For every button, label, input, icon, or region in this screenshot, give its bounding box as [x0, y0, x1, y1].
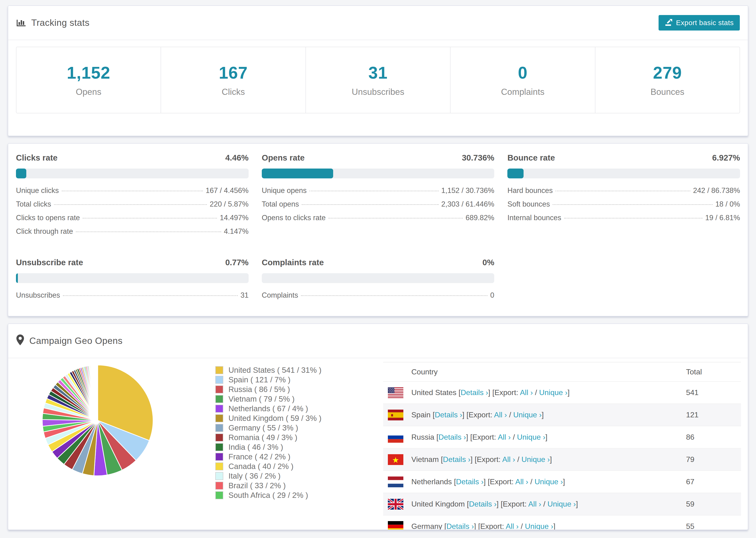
- geo-card-title: Campaign Geo Opens: [16, 335, 123, 348]
- country-name: Vietnam: [411, 455, 439, 463]
- legend-label: United Kingdom ( 59 / 3% ): [229, 414, 321, 423]
- details-link[interactable]: Details ›: [460, 388, 488, 397]
- legend-swatch: [215, 395, 223, 403]
- metric-label: Click through rate: [16, 227, 73, 236]
- stat-box: 279 Bounces: [595, 47, 739, 113]
- geo-table-header: Country Total: [383, 362, 741, 381]
- legend-item[interactable]: United States ( 541 / 31% ): [215, 365, 321, 375]
- legend-item[interactable]: Spain ( 121 / 7% ): [215, 375, 321, 385]
- rate-title: Unsubscribe rate: [16, 258, 83, 267]
- details-link[interactable]: Details ›: [456, 477, 483, 486]
- export-all-link[interactable]: All ›: [506, 522, 519, 530]
- rate-value: 0%: [482, 258, 495, 267]
- rate-metric-row: Complaints 0: [262, 291, 495, 305]
- metric-value: 220 / 5.87%: [210, 200, 248, 208]
- metric-value: 2,303 / 61.446%: [441, 200, 495, 208]
- legend-item[interactable]: Italy ( 36 / 2% ): [215, 471, 321, 481]
- export-all-link[interactable]: All ›: [515, 477, 528, 486]
- geo-opens-table: Country Total United States [Details ›] …: [383, 362, 741, 530]
- country-cell: United States [Details ›] [Export: All ›…: [411, 388, 686, 397]
- rate-progress-fill: [16, 273, 18, 283]
- legend-swatch: [215, 453, 223, 461]
- export-unique-link[interactable]: Unique ›: [548, 500, 576, 508]
- legend-item[interactable]: Brazil ( 33 / 2% ): [215, 481, 321, 490]
- export-unique-link[interactable]: Unique ›: [513, 410, 542, 419]
- legend-item[interactable]: United Kingdom ( 59 / 3% ): [215, 413, 321, 423]
- legend-item[interactable]: Romania ( 49 / 3% ): [215, 433, 321, 442]
- legend-item[interactable]: South Africa ( 29 / 2% ): [215, 490, 321, 500]
- rate-head: Unsubscribe rate 0.77%: [16, 258, 249, 267]
- details-link[interactable]: Details ›: [439, 433, 466, 441]
- export-all-link[interactable]: All ›: [502, 455, 515, 463]
- legend-item[interactable]: Russia ( 86 / 5% ): [215, 385, 321, 394]
- legend-item[interactable]: Germany ( 55 / 3% ): [215, 423, 321, 433]
- export-icon: [665, 18, 673, 28]
- legend-item[interactable]: Canada ( 40 / 2% ): [215, 461, 321, 471]
- column-country: Country: [411, 368, 686, 376]
- export-basic-stats-button[interactable]: Export basic stats: [659, 15, 740, 30]
- export-all-link[interactable]: All ›: [494, 410, 507, 419]
- rate-rows: Unique clicks 167 / 4.456% Total clicks …: [16, 187, 249, 241]
- metric-value: 167 / 4.456%: [206, 187, 249, 195]
- legend-swatch: [215, 376, 223, 384]
- rate-metric-row: Hard bounces 242 / 86.738%: [507, 187, 740, 200]
- legend-item[interactable]: India ( 46 / 3% ): [215, 442, 321, 452]
- metric-label: Hard bounces: [507, 187, 553, 195]
- metric-label: Total opens: [262, 200, 299, 208]
- pie-slice[interactable]: [97, 365, 98, 420]
- total-cell: 86: [686, 433, 741, 442]
- legend-label: Spain ( 121 / 7% ): [229, 375, 291, 384]
- export-unique-link[interactable]: Unique ›: [525, 522, 553, 530]
- stat-box: 1,152 Opens: [17, 47, 161, 113]
- dotted-leader: [553, 204, 713, 205]
- export-unique-link[interactable]: Unique ›: [521, 455, 550, 463]
- geo-table-row: United Kingdom [Details ›] [Export: All …: [383, 493, 741, 515]
- rate-progress-track: [262, 273, 495, 283]
- legend-item[interactable]: Vietnam ( 79 / 5% ): [215, 394, 321, 404]
- tracking-stats-header: Tracking stats Export basic stats: [8, 6, 748, 40]
- country-flag-icon: [388, 409, 404, 420]
- details-link[interactable]: Details ›: [435, 410, 462, 419]
- rates-card: Clicks rate 4.46% Unique clicks 167 / 4.…: [8, 143, 748, 316]
- geo-opens-pie-chart: [40, 363, 155, 478]
- details-link[interactable]: Details ›: [469, 500, 496, 508]
- dotted-leader: [54, 204, 207, 205]
- legend-swatch: [215, 405, 223, 413]
- rate-metric-row: Clicks to opens rate 14.497%: [16, 214, 249, 227]
- metric-label: Soft bounces: [507, 200, 550, 208]
- dotted-leader: [556, 190, 690, 191]
- dashboard-page: Tracking stats Export basic stats 1,152 …: [0, 0, 756, 538]
- export-all-link[interactable]: All ›: [498, 433, 511, 441]
- rate-progress-fill: [507, 169, 523, 178]
- rate-progress-track: [16, 169, 249, 178]
- export-unique-link[interactable]: Unique ›: [517, 433, 545, 441]
- export-unique-link[interactable]: Unique ›: [535, 477, 563, 486]
- export-label: Export:: [472, 433, 496, 441]
- stat-value: 0: [518, 63, 527, 82]
- metric-value: 689.82%: [465, 214, 494, 222]
- legend-swatch: [215, 366, 223, 374]
- details-link[interactable]: Details ›: [443, 455, 470, 463]
- total-cell: 67: [686, 477, 741, 486]
- geo-table-row: Vietnam [Details ›] [Export: All › / Uni…: [383, 448, 741, 470]
- stat-value: 279: [653, 63, 682, 82]
- geo-table-row: United States [Details ›] [Export: All ›…: [383, 381, 741, 404]
- tracking-stats-title: Tracking stats: [16, 17, 89, 29]
- geo-content: United States ( 541 / 31% ) Spain ( 121 …: [8, 358, 748, 530]
- geo-table-row: Netherlands [Details ›] [Export: All › /…: [383, 470, 741, 493]
- export-unique-link[interactable]: Unique ›: [539, 388, 567, 397]
- legend-item[interactable]: France ( 42 / 2% ): [215, 452, 321, 461]
- export-all-link[interactable]: All ›: [528, 500, 541, 508]
- rate-section: Bounce rate 6.927% Hard bounces 242 / 86…: [507, 153, 740, 241]
- details-link[interactable]: Details ›: [446, 522, 474, 530]
- geo-table-row: Spain [Details ›] [Export: All › / Uniqu…: [383, 404, 741, 426]
- legend-item[interactable]: Netherlands ( 67 / 4% ): [215, 404, 321, 413]
- metric-value: 18 / 0%: [715, 200, 740, 208]
- country-name: Netherlands: [411, 477, 452, 486]
- rate-metric-row: Total opens 2,303 / 61.446%: [262, 200, 495, 214]
- export-label: Export:: [480, 522, 504, 530]
- country-cell: Vietnam [Details ›] [Export: All › / Uni…: [411, 455, 686, 464]
- legend-label: Canada ( 40 / 2% ): [229, 462, 294, 471]
- export-all-link[interactable]: All ›: [520, 388, 533, 397]
- dotted-leader: [63, 295, 238, 296]
